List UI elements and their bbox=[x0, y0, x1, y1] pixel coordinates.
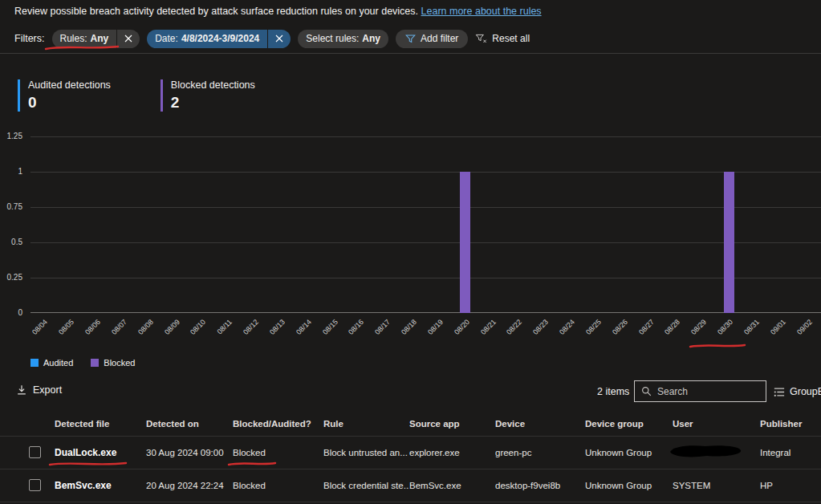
chart-xtick-label: 09/02 bbox=[784, 318, 814, 348]
row1-status: Blocked bbox=[233, 448, 323, 457]
table-header-row: Detected file Detected on Blocked/Audite… bbox=[0, 411, 821, 437]
search-box[interactable] bbox=[634, 380, 766, 402]
row2-device-group: Unknown Group bbox=[585, 481, 673, 490]
row2-source-app: BemSvc.exe bbox=[409, 481, 495, 490]
download-icon bbox=[16, 384, 27, 396]
row1-publisher: Integral bbox=[760, 448, 821, 457]
chart-xtick-label: 08/21 bbox=[468, 318, 498, 348]
row1-detected-file[interactable]: DualLock.exe bbox=[55, 447, 146, 458]
filter-pill-select-rules[interactable]: Select rules: Any bbox=[298, 30, 388, 48]
table-row-duallock[interactable]: DualLock.exe 30 Aug 2024 09:00 Blocked B… bbox=[0, 437, 821, 469]
table-row-bemsvc[interactable]: BemSvc.exe 20 Aug 2024 22:24 Blocked Blo… bbox=[0, 469, 821, 502]
legend-item-blocked: Blocked bbox=[91, 358, 135, 368]
filter-funnel-icon bbox=[405, 34, 416, 44]
add-filter-label: Add filter bbox=[421, 33, 458, 44]
chart-xtick-label: 08/20 bbox=[441, 318, 471, 348]
col-device-group[interactable]: Device group bbox=[585, 419, 673, 429]
col-detected-on[interactable]: Detected on bbox=[146, 419, 233, 429]
row1-source-app: explorer.exe bbox=[409, 448, 495, 457]
chart-xtick-label: 08/24 bbox=[547, 318, 576, 348]
filter-pill-date-text: Date: 4/8/2024-3/9/2024 bbox=[147, 30, 267, 48]
filter-rules-value: Any bbox=[91, 33, 109, 44]
row2-detected-on: 20 Aug 2024 22:24 bbox=[146, 481, 233, 490]
chart-xtick-label: 08/04 bbox=[20, 318, 50, 348]
chart-gridline bbox=[30, 278, 821, 278]
legend-item-audited: Audited bbox=[30, 358, 73, 368]
add-filter-button[interactable]: Add filter bbox=[396, 30, 468, 48]
chart-xtick-label: 08/08 bbox=[125, 318, 155, 348]
row2-user: SYSTEM bbox=[673, 481, 760, 490]
chart-xtick-label: 08/19 bbox=[415, 318, 445, 348]
chart-xtick-label: 08/28 bbox=[652, 318, 682, 348]
chart-ytick-label: 1.25 bbox=[0, 132, 22, 140]
row2-checkbox-cell bbox=[16, 479, 55, 493]
filter-select-rules-value: Any bbox=[362, 33, 380, 44]
chart-bar-blocked[interactable] bbox=[724, 172, 734, 313]
row1-checkbox-cell bbox=[16, 446, 55, 460]
chart-gridline bbox=[30, 172, 821, 173]
chart-xtick-label: 08/14 bbox=[283, 318, 313, 348]
filters-label: Filters: bbox=[14, 33, 45, 44]
filter-pill-date[interactable]: Date: 4/8/2024-3/9/2024 bbox=[147, 30, 291, 48]
group-by-button[interactable]: GroupB bbox=[774, 386, 821, 397]
col-publisher[interactable]: Publisher bbox=[760, 419, 821, 429]
export-button[interactable]: Export bbox=[16, 384, 62, 396]
chart-xtick-label: 08/16 bbox=[336, 318, 366, 348]
chart-legend: Audited Blocked bbox=[30, 358, 135, 368]
row1-checkbox[interactable] bbox=[29, 446, 41, 458]
col-blocked-audited[interactable]: Blocked/Audited? bbox=[233, 419, 323, 429]
row1-device-group: Unknown Group bbox=[585, 448, 673, 457]
chart-xtick-label: 08/25 bbox=[573, 318, 603, 348]
page-description: Review possible breach activity detected… bbox=[14, 6, 542, 17]
col-source-app[interactable]: Source app bbox=[409, 419, 495, 429]
items-count: 2 items bbox=[597, 386, 629, 397]
search-input[interactable] bbox=[657, 386, 759, 397]
remove-date-filter-icon[interactable] bbox=[267, 30, 291, 48]
asr-report-page: { "colors": { "background": "#1b1a19", "… bbox=[0, 0, 821, 504]
chart-bar-blocked[interactable] bbox=[460, 172, 470, 313]
row2-detected-file[interactable]: BemSvc.exe bbox=[55, 480, 146, 491]
col-device[interactable]: Device bbox=[495, 419, 585, 429]
chart-xtick-label: 08/13 bbox=[257, 318, 287, 348]
legend-blocked-label: Blocked bbox=[104, 358, 135, 368]
page-container: Review possible breach activity detected… bbox=[0, 0, 821, 504]
reset-all-button[interactable]: Reset all bbox=[475, 33, 530, 44]
row1-detected-on: 30 Aug 2024 09:00 bbox=[146, 448, 233, 457]
filter-date-name: Date: bbox=[155, 33, 178, 44]
chart-gridline bbox=[30, 136, 821, 137]
chart-xtick-label: 08/26 bbox=[599, 318, 629, 348]
description-text: Review possible breach activity detected… bbox=[14, 6, 418, 17]
metric-blocked-value: 2 bbox=[171, 94, 255, 112]
blocked-color-swatch bbox=[91, 359, 99, 367]
filter-pill-rules-text: Rules: Any bbox=[52, 30, 117, 48]
chart-xtick-label: 08/23 bbox=[521, 318, 551, 348]
reset-filters-icon bbox=[475, 33, 487, 44]
chart-ytick-label: 0.75 bbox=[0, 202, 22, 211]
filter-pill-rules[interactable]: Rules: Any bbox=[52, 30, 140, 48]
learn-more-link[interactable]: Learn more about the rules bbox=[421, 6, 542, 17]
chart-xtick-label: 08/18 bbox=[388, 318, 418, 348]
chart-xtick-label: 08/27 bbox=[626, 318, 656, 348]
col-rule[interactable]: Rule bbox=[323, 419, 409, 429]
filter-rules-name: Rules: bbox=[60, 33, 87, 44]
chart-xtick-label: 08/15 bbox=[310, 318, 339, 348]
chart-gridline bbox=[30, 242, 821, 243]
chart-xtick-label: 08/22 bbox=[494, 318, 524, 348]
metric-audited-label: Audited detections bbox=[28, 79, 111, 91]
chart-xtick-label: 08/17 bbox=[363, 318, 392, 348]
chart-xtick-label: 08/29 bbox=[679, 318, 709, 348]
metric-audited: Audited detections 0 bbox=[18, 79, 111, 112]
chart-xtick-label: 08/31 bbox=[731, 318, 761, 348]
remove-rules-filter-icon[interactable] bbox=[116, 30, 140, 48]
row2-checkbox[interactable] bbox=[29, 479, 41, 491]
col-detected-file[interactable]: Detected file bbox=[55, 419, 146, 429]
row2-status: Blocked bbox=[233, 481, 323, 490]
chart-ytick-label: 0 bbox=[0, 308, 22, 317]
legend-audited-label: Audited bbox=[43, 358, 73, 368]
col-user[interactable]: User bbox=[673, 419, 760, 429]
group-by-icon bbox=[774, 387, 785, 397]
metric-cards: Audited detections 0 Blocked detections … bbox=[18, 79, 255, 112]
filter-date-value: 4/8/2024-3/9/2024 bbox=[181, 33, 259, 44]
section-divider bbox=[0, 53, 821, 54]
search-icon bbox=[641, 386, 652, 396]
